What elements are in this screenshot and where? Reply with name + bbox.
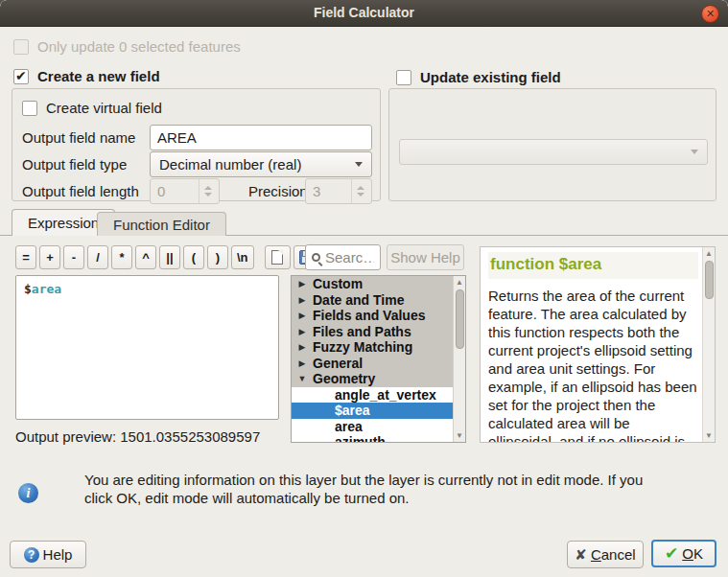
spinner-arrows-icon bbox=[351, 179, 364, 203]
tree-item-angle-at-vertex[interactable]: angle_at_vertex bbox=[292, 387, 453, 404]
function-tree[interactable]: ▶Custom ▶Date and Time ▶Fields and Value… bbox=[291, 275, 466, 443]
precision-spinner: 3 bbox=[305, 178, 372, 204]
update-existing-checkbox-box[interactable] bbox=[396, 70, 411, 85]
close-icon[interactable]: ✕ bbox=[701, 5, 719, 23]
operator-close-paren-button[interactable]: ) bbox=[207, 245, 228, 269]
collapsed-arrow-icon[interactable]: ▶ bbox=[292, 342, 313, 352]
field-calculator-dialog: Field Calculator ✕ Only update 0 selecte… bbox=[0, 0, 728, 577]
operator-minus-button[interactable]: - bbox=[63, 245, 84, 269]
tree-group-date-and-time[interactable]: ▶Date and Time bbox=[292, 292, 453, 309]
only-update-checkbox: Only update 0 selected features bbox=[13, 38, 241, 55]
collapsed-arrow-icon[interactable]: ▶ bbox=[292, 279, 313, 288]
output-preview: Output preview: 1501.0355253089597 bbox=[15, 428, 260, 445]
help-scrollbar[interactable]: ▲ ▼ bbox=[702, 247, 715, 442]
output-preview-label: Output preview: bbox=[15, 428, 116, 445]
operator-open-paren-button[interactable]: ( bbox=[183, 245, 204, 269]
function-help-body: Returns the area of the current feature.… bbox=[488, 287, 698, 443]
tree-group-geometry[interactable]: ▼Geometry bbox=[292, 371, 453, 387]
tree-group-label: General bbox=[313, 356, 363, 371]
scrollbar-thumb[interactable] bbox=[456, 289, 464, 349]
expression-dollar: $ bbox=[24, 282, 32, 296]
function-help-panel: function $area Returns the area of the c… bbox=[480, 246, 716, 443]
scroll-down-icon[interactable]: ▼ bbox=[456, 429, 463, 442]
function-search[interactable] bbox=[305, 244, 381, 270]
titlebar: Field Calculator ✕ bbox=[0, 0, 728, 27]
update-existing-groupbox bbox=[388, 88, 716, 201]
new-expression-button[interactable] bbox=[265, 245, 291, 269]
tree-group-fuzzy-matching[interactable]: ▶Fuzzy Matching bbox=[292, 339, 453, 356]
only-update-label: Only update 0 selected features bbox=[37, 38, 241, 55]
create-new-field-checkbox[interactable]: Create a new field bbox=[13, 68, 160, 84]
collapsed-arrow-icon[interactable]: ▶ bbox=[292, 311, 313, 320]
cancel-button[interactable]: ✘ Cancel bbox=[567, 541, 644, 568]
operator-plus-button[interactable]: + bbox=[39, 245, 60, 269]
collapsed-arrow-icon[interactable]: ▶ bbox=[292, 358, 313, 368]
window-title: Field Calculator bbox=[0, 5, 728, 20]
tree-item-azimuth[interactable]: azimuth bbox=[292, 434, 453, 443]
precision-label: Precision bbox=[248, 183, 308, 199]
scroll-up-icon[interactable]: ▲ bbox=[705, 247, 713, 260]
operator-multiply-button[interactable]: * bbox=[111, 245, 132, 269]
new-field-groupbox: Create virtual field Output field name A… bbox=[12, 88, 381, 201]
update-existing-label: Update existing field bbox=[420, 69, 561, 85]
collapsed-arrow-icon[interactable]: ▶ bbox=[292, 295, 313, 305]
scroll-down-icon[interactable]: ▼ bbox=[705, 429, 713, 442]
expression-text: area bbox=[32, 282, 61, 296]
tree-group-files-and-paths[interactable]: ▶Files and Paths bbox=[292, 324, 453, 340]
expanded-arrow-icon[interactable]: ▼ bbox=[292, 374, 313, 383]
operator-toolbar: = + - / * ^ || ( ) \n bbox=[15, 245, 348, 269]
create-virtual-field-checkbox-box[interactable] bbox=[22, 101, 37, 116]
output-field-length-label: Output field length bbox=[22, 183, 139, 199]
operator-equals-button[interactable]: = bbox=[15, 245, 36, 269]
tab-function-editor[interactable]: Function Editor bbox=[97, 212, 226, 236]
tree-item-area[interactable]: area bbox=[292, 419, 453, 435]
tree-group-label: Geometry bbox=[313, 371, 375, 386]
create-virtual-field-checkbox[interactable]: Create virtual field bbox=[22, 100, 162, 116]
collapsed-arrow-icon[interactable]: ▶ bbox=[292, 327, 313, 336]
toolbar-spacer bbox=[257, 245, 262, 269]
only-update-checkbox-box bbox=[13, 39, 29, 55]
output-field-name-label: Output field name bbox=[22, 129, 135, 146]
new-file-icon bbox=[271, 250, 283, 265]
function-help-heading: function $area bbox=[488, 252, 698, 279]
tree-group-custom[interactable]: ▶Custom bbox=[292, 276, 453, 292]
output-field-type-value: Decimal number (real) bbox=[159, 156, 301, 173]
create-new-field-checkbox-box[interactable] bbox=[13, 69, 29, 84]
tabbar: Expression Function Editor bbox=[0, 210, 728, 236]
expression-editor[interactable]: $area bbox=[15, 275, 279, 420]
ok-button[interactable]: ✔ OK bbox=[651, 540, 716, 567]
operator-newline-button[interactable]: \n bbox=[231, 245, 254, 269]
output-field-type-label: Output field type bbox=[22, 156, 127, 173]
tree-group-label: Fuzzy Matching bbox=[313, 339, 412, 355]
search-input[interactable] bbox=[325, 249, 374, 265]
tree-group-label: Date and Time bbox=[313, 292, 404, 308]
precision-value: 3 bbox=[313, 183, 320, 199]
question-icon: ? bbox=[24, 547, 39, 563]
output-field-name-input[interactable]: AREA bbox=[150, 125, 372, 150]
output-field-length-value: 0 bbox=[157, 183, 165, 199]
tree-scrollbar[interactable]: ▲ ▼ bbox=[453, 276, 465, 442]
tree-group-label: Fields and Values bbox=[313, 308, 426, 323]
operator-concat-button[interactable]: || bbox=[159, 245, 180, 269]
create-new-field-label: Create a new field bbox=[37, 68, 160, 84]
cancel-x-icon: ✘ bbox=[575, 546, 587, 564]
output-field-type-select[interactable]: Decimal number (real) bbox=[150, 151, 372, 177]
tree-item-area-variable[interactable]: $area bbox=[292, 403, 453, 419]
scrollbar-thumb[interactable] bbox=[705, 261, 714, 299]
function-tree-rows: ▶Custom ▶Date and Time ▶Fields and Value… bbox=[292, 276, 453, 443]
operator-power-button[interactable]: ^ bbox=[135, 245, 156, 269]
existing-field-select bbox=[399, 139, 708, 165]
edit-mode-notice: You are editing information on this laye… bbox=[84, 471, 660, 507]
spinner-arrows-icon bbox=[199, 179, 212, 203]
update-existing-checkbox[interactable]: Update existing field bbox=[396, 69, 561, 85]
operator-divide-button[interactable]: / bbox=[87, 245, 108, 269]
help-button[interactable]: ? Help bbox=[10, 541, 86, 568]
function-help-content: function $area Returns the area of the c… bbox=[481, 247, 702, 442]
tree-group-fields-and-values[interactable]: ▶Fields and Values bbox=[292, 308, 453, 324]
scroll-up-icon[interactable]: ▲ bbox=[456, 276, 463, 288]
cancel-button-label: Cancel bbox=[591, 546, 636, 563]
ok-button-label: OK bbox=[682, 545, 703, 562]
tree-group-general[interactable]: ▶General bbox=[292, 356, 453, 372]
search-icon bbox=[312, 253, 320, 262]
output-preview-value: 1501.0355253089597 bbox=[120, 428, 260, 445]
